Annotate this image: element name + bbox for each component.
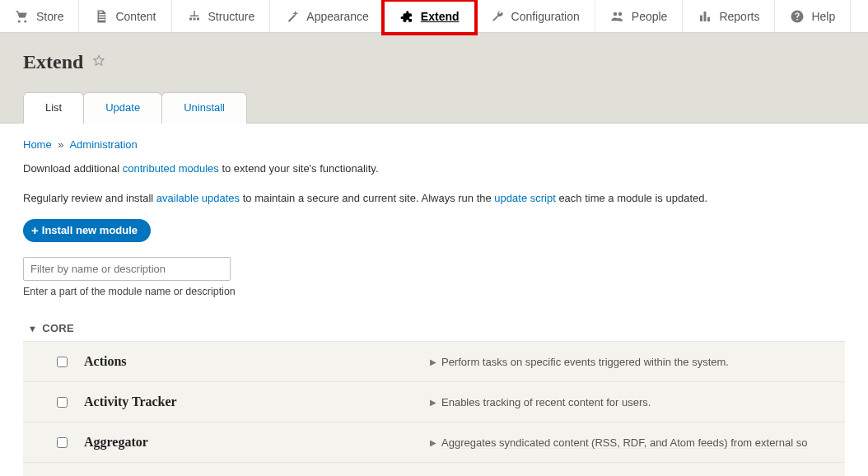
people-icon xyxy=(610,9,625,24)
triangle-right-icon: ▶ xyxy=(430,357,436,366)
nav-label: Configuration xyxy=(511,10,580,23)
breadcrumb: Home » Administration xyxy=(23,138,845,151)
module-description: Aggregates syndicated content (RSS, RDF,… xyxy=(441,436,807,449)
text: to maintain a secure and current site. A… xyxy=(240,192,494,204)
module-name: Activity Tracker xyxy=(84,394,430,409)
module-checkbox[interactable] xyxy=(57,397,68,408)
nav-item-extend[interactable]: Extend xyxy=(385,0,475,32)
intro-para-2: Regularly review and install available u… xyxy=(23,190,845,207)
module-description: Perform tasks on specific events trigger… xyxy=(441,356,729,368)
page-tabs: List Update Uninstall xyxy=(23,91,868,123)
link-contributed-modules[interactable]: contributed modules xyxy=(123,162,219,175)
nav-label: Extend xyxy=(421,10,460,23)
nav-item-people[interactable]: People xyxy=(595,0,684,32)
module-checkbox[interactable] xyxy=(57,357,68,367)
nav-item-structure[interactable]: Structure xyxy=(172,0,271,32)
sitemap-icon xyxy=(187,9,202,24)
module-checkbox[interactable] xyxy=(57,437,68,448)
module-name: Actions xyxy=(84,354,430,369)
content-region: Home » Administration Download additiona… xyxy=(0,124,868,476)
install-new-module-button[interactable]: + Install new module xyxy=(23,219,151,242)
tab-list[interactable]: List xyxy=(23,92,84,124)
text: to extend your site's functionality. xyxy=(219,162,379,175)
link-update-script[interactable]: update script xyxy=(494,192,555,204)
triangle-right-icon: ▶ xyxy=(430,438,436,447)
page-header: Extend List Update Uninstall xyxy=(0,33,868,124)
nav-label: Appearance xyxy=(306,10,369,23)
breadcrumb-home[interactable]: Home xyxy=(23,138,52,151)
breadcrumb-sep: » xyxy=(54,138,67,151)
nav-label: Structure xyxy=(208,10,255,23)
link-available-updates[interactable]: available updates xyxy=(156,192,240,204)
module-group-core[interactable]: ▼ CORE xyxy=(23,319,845,341)
module-description: Enables tracking of recent content for u… xyxy=(441,396,651,408)
nav-item-help[interactable]: Help xyxy=(775,0,851,32)
text: Regularly review and install xyxy=(23,192,156,204)
cart-icon xyxy=(15,9,30,24)
wrench-icon xyxy=(490,9,505,24)
page-title: Extend xyxy=(23,51,83,73)
star-outline-icon[interactable] xyxy=(91,54,106,71)
intro-para-1: Download additional contributed modules … xyxy=(23,161,845,177)
module-description-toggle[interactable]: ▶Perform tasks on specific events trigge… xyxy=(430,356,838,368)
filter-note: Enter a part of the module name or descr… xyxy=(23,286,845,297)
module-filter-input[interactable] xyxy=(23,257,231,281)
puzzle-icon xyxy=(399,9,414,24)
module-row: Aggregator ▶Aggregates syndicated conten… xyxy=(23,422,845,463)
plus-icon: + xyxy=(31,224,39,236)
text: each time a module is updated. xyxy=(556,192,707,204)
tab-update[interactable]: Update xyxy=(83,92,162,124)
triangle-right-icon: ▶ xyxy=(430,398,436,407)
button-label: Install new module xyxy=(42,224,138,236)
top-admin-nav: Store Content Structure Appearance Exten… xyxy=(0,0,868,33)
nav-label: Content xyxy=(115,10,156,23)
tab-uninstall[interactable]: Uninstall xyxy=(161,92,247,124)
nav-item-appearance[interactable]: Appearance xyxy=(270,0,385,32)
nav-label: People xyxy=(632,10,668,23)
triangle-down-icon: ▼ xyxy=(28,324,37,334)
module-list: Actions ▶Perform tasks on specific event… xyxy=(23,341,845,476)
module-row: Activity Tracker ▶Enables tracking of re… xyxy=(23,381,845,422)
nav-item-configuration[interactable]: Configuration xyxy=(475,0,595,32)
module-name: Aggregator xyxy=(84,435,430,450)
nav-item-reports[interactable]: Reports xyxy=(683,0,775,32)
module-description-toggle[interactable]: ▶Aggregates syndicated content (RSS, RDF… xyxy=(430,436,838,449)
module-description-toggle[interactable]: ▶Enables tracking of recent content for … xyxy=(430,396,838,408)
nav-label: Store xyxy=(36,10,63,23)
module-row: Actions ▶Perform tasks on specific event… xyxy=(23,341,845,382)
group-name: CORE xyxy=(42,322,74,334)
document-icon xyxy=(94,9,109,24)
nav-item-content[interactable]: Content xyxy=(79,0,171,32)
nav-label: Help xyxy=(811,10,835,23)
text: Download additional xyxy=(23,162,123,175)
module-row: Automated Cron ▶Provides an automated wa… xyxy=(23,462,845,476)
bar-chart-icon xyxy=(698,9,712,24)
breadcrumb-admin[interactable]: Administration xyxy=(69,138,137,151)
wand-icon xyxy=(285,9,300,24)
nav-item-store[interactable]: Store xyxy=(0,0,79,32)
nav-label: Reports xyxy=(719,10,759,23)
help-icon xyxy=(790,9,805,24)
